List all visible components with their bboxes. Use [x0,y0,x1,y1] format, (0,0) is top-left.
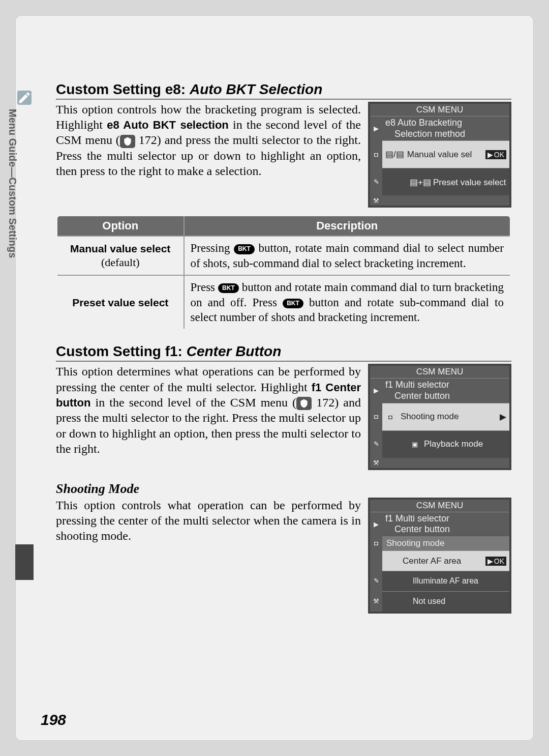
pencil-icon: ✎ [371,439,381,449]
thumb-index-tab [15,544,34,580]
bkt-icon: BKT [234,244,255,254]
lcd-header: e8 Auto Bracketing Selection method [382,117,509,140]
lcd-title: CSM MENU [370,104,509,117]
f1-paragraph: This option determines what operations c… [56,364,361,456]
wrench-icon: ⚒ [371,596,381,606]
camera-icon: ◘ [385,412,395,422]
e8-row: This option controls how the bracketing … [56,102,511,208]
heading-e8: Custom Setting e8: Auto BKT Selection [56,81,511,100]
wrench-icon: ⚒ [371,458,381,468]
lcd-shooting: CSM MENU ▶ f1 Multi selector Center butt… [368,498,511,614]
heading-e8-prefix: Custom Setting e8: [56,81,190,97]
page-ref-icon [296,397,312,410]
options-table-e8: Option Description Manual value select (… [56,215,511,330]
lcd-side-icons: ▶ [370,117,382,140]
manual-page: Custom Setting e8: Auto BKT Selection Th… [15,15,534,741]
shooting-paragraph: This option controls what operation can … [56,498,361,544]
play-icon: ▶ [371,519,381,529]
page-ref-icon [120,135,135,148]
pencil-icon: ✎ [371,177,381,187]
subheading-shooting-mode: Shooting Mode [56,481,511,497]
heading-e8-title: Auto BKT Selection [190,81,322,97]
bkt-icon: BKT [283,299,303,308]
ok-badge: ▶OK [485,150,506,159]
pencil-icon: ✎ [371,576,381,586]
camera-icon: ◘ [371,412,381,422]
lcd-option: ▤+▤Preset value select [410,177,506,187]
side-tab: Menu Guide—Custom Settings [15,97,36,280]
ok-badge: ▶OK [485,557,506,566]
lcd-option-selected: ◘ Shooting mode ▶ [382,403,509,430]
lcd-f1: CSM MENU ▶ f1 Multi selector Center butt… [368,364,511,470]
e8-paragraph: This option controls how the bracketing … [56,102,361,179]
lcd-e8: CSM MENU ▶ e8 Auto Bracketing Selection … [368,102,511,208]
shooting-row: This option controls what operation can … [56,498,511,614]
bracket-pair-icon: ▤/▤ [385,149,404,160]
wrench-icon: ⚒ [371,195,381,206]
camera-icon: ◘ [371,149,381,159]
chevron-right-icon: ▶ [500,412,506,422]
table-row: Preset value select Press BKT button and… [57,275,511,330]
th-option: Option [57,216,184,237]
page-number: 198 [41,711,66,729]
side-tab-label: Menu Guide—Custom Settings [7,109,18,277]
camera-icon: ◘ [371,538,381,548]
top-margin [56,36,511,81]
lcd-option-selected: ▤/▤ Manual value sel ▶OK [382,141,509,168]
table-row: Manual value select (default) Pressing B… [57,236,511,275]
th-description: Description [184,216,511,237]
play-icon: ▶ [371,386,381,396]
heading-f1: Custom Setting f1: Center Button [56,343,511,362]
play-icon: ▶ [371,124,381,134]
f1-row: This option determines what operations c… [56,364,511,470]
bkt-icon: BKT [218,283,239,293]
playback-icon: ▣ [410,439,420,449]
pencil-icon [17,91,32,105]
